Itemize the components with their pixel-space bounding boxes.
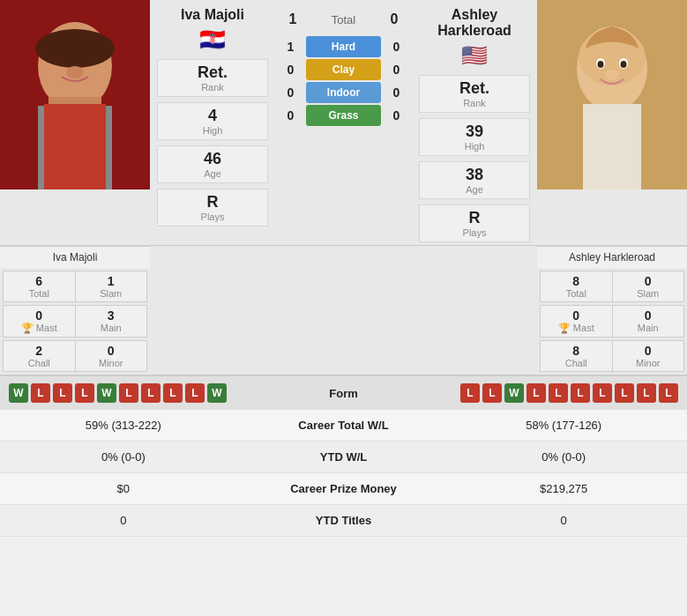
stat-row-left-2: $0	[13, 482, 234, 495]
right-ret-block: Ret. Rank	[419, 75, 530, 113]
right-stats-grid-2: 0 🏆 Mast 0 Main	[540, 305, 684, 338]
stat-row-left-1: 0% (0-0)	[13, 450, 234, 464]
right-form-badge-9: L	[659, 383, 678, 403]
left-ret-val: Ret.	[163, 63, 262, 82]
left-name-under-photo: Iva Majoli	[0, 246, 150, 268]
right-chall-val: 8	[542, 344, 610, 358]
right-slam-cell: 0 Slam	[613, 271, 684, 301]
surface-row-clay: 0 Clay 0	[280, 59, 407, 80]
center-column: 1 Total 0 1 Hard 0 0 Clay 0 0 Indoor 0 0…	[275, 0, 412, 245]
right-main-val: 0	[615, 308, 683, 323]
surface-row-grass: 0 Grass 0	[280, 105, 407, 126]
left-stats-grid-3: 2 Chall 0 Minor	[3, 340, 147, 372]
right-form-badge-5: L	[571, 383, 590, 403]
left-player-details: Iva Majoli 6 Total 1 Slam 0 🏆 Mast	[0, 246, 150, 375]
stats-rows: 59% (313-222) Career Total W/L 58% (177-…	[0, 410, 687, 537]
player-right-photo	[537, 0, 687, 189]
surf-score-left-hard: 1	[280, 40, 302, 54]
left-total-cell: 6 Total	[4, 271, 75, 301]
form-left: WLLLWLLLLW	[9, 383, 295, 403]
right-high-label: High	[425, 141, 524, 152]
right-chall-lbl: Chall	[542, 358, 610, 368]
right-info-column: Ashley Harkleroad 🇺🇸 Ret. Rank 39 High 3…	[412, 0, 537, 245]
left-info-column: Iva Majoli 🇭🇷 Ret. Rank 4 High 46 Age R …	[150, 0, 275, 245]
right-age-block: 38 Age	[419, 161, 530, 199]
right-age-val: 38	[425, 166, 524, 184]
stat-row-3: 0 YTD Titles 0	[0, 505, 687, 537]
form-section: WLLLWLLLLW Form LLWLLLLLLL	[0, 375, 687, 410]
header-row: Iva Majoli 🇭🇷 Ret. Rank 4 High 46 Age R …	[0, 0, 687, 245]
form-right: LLWLLLLLLL	[392, 383, 679, 403]
right-player-name: Ashley Harkleroad	[416, 0, 533, 41]
stat-row-2: $0 Career Prize Money $219,275	[0, 473, 687, 505]
right-name-under-photo: Ashley Harkleroad	[537, 246, 687, 268]
right-mast-lbl: 🏆 Mast	[542, 323, 610, 334]
right-plays-block: R Plays	[419, 204, 530, 242]
svg-point-20	[621, 61, 627, 68]
right-total-val: 8	[542, 274, 610, 288]
surface-row-indoor: 0 Indoor 0	[280, 82, 407, 103]
stat-row-label-3: YTD Titles	[234, 514, 454, 527]
left-form-badge-9: W	[207, 383, 227, 403]
surf-score-left-indoor: 0	[280, 85, 302, 100]
surface-row-hard: 1 Hard 0	[280, 36, 407, 57]
stat-row-label-2: Career Prize Money	[234, 482, 454, 495]
right-high-val: 39	[425, 122, 524, 141]
right-form-badge-6: L	[593, 383, 612, 403]
left-chall-lbl: Chall	[5, 358, 73, 368]
surface-button-clay[interactable]: Clay	[306, 59, 381, 80]
left-trophy-icon: 🏆	[21, 323, 34, 333]
left-form-badge-3: L	[75, 383, 94, 403]
right-total-cell: 8 Total	[541, 271, 612, 301]
left-form-badge-8: L	[185, 383, 205, 403]
right-main-lbl: Main	[615, 323, 683, 333]
total-score-right: 0	[384, 11, 406, 27]
left-player-name: Iva Majoli	[154, 0, 271, 26]
left-high-label: High	[163, 125, 262, 136]
surface-button-grass[interactable]: Grass	[306, 105, 381, 126]
stat-row-right-3: 0	[453, 514, 674, 527]
stat-row-right-1: 0% (0-0)	[453, 450, 674, 464]
left-slam-val: 1	[78, 274, 146, 288]
right-high-block: 39 High	[419, 118, 530, 156]
left-high-val: 4	[163, 107, 262, 125]
main-container: Iva Majoli 🇭🇷 Ret. Rank 4 High 46 Age R …	[0, 0, 687, 537]
surf-score-right-hard: 0	[385, 40, 407, 54]
left-main-val: 3	[78, 308, 146, 323]
stat-row-left-3: 0	[13, 514, 234, 527]
surface-button-indoor[interactable]: Indoor	[306, 82, 381, 103]
stat-row-label-0: Career Total W/L	[234, 419, 454, 432]
svg-rect-11	[44, 104, 106, 189]
right-mast-val: 0	[542, 308, 610, 323]
left-chall-val: 2	[5, 344, 73, 358]
right-player-details: Ashley Harkleroad 8 Total 0 Slam 0 🏆 Mas…	[537, 246, 687, 375]
surface-button-hard[interactable]: Hard	[306, 36, 381, 57]
left-plays-block: R Plays	[157, 189, 268, 226]
left-rank-label: Rank	[163, 82, 262, 93]
right-form-badge-0: L	[460, 383, 480, 403]
svg-point-22	[605, 70, 619, 80]
left-stats-grid-1: 6 Total 1 Slam	[3, 271, 147, 302]
right-slam-lbl: Slam	[615, 288, 683, 299]
surf-score-right-indoor: 0	[385, 85, 407, 100]
left-plays-label: Plays	[163, 212, 262, 222]
left-minor-val: 0	[78, 344, 146, 358]
stat-row-right-0: 58% (177-126)	[453, 419, 674, 432]
surf-score-left-grass: 0	[280, 108, 302, 122]
surf-score-right-clay: 0	[385, 63, 407, 77]
left-minor-cell: 0 Minor	[76, 341, 147, 371]
left-age-block: 46 Age	[157, 145, 268, 183]
right-minor-val: 0	[615, 344, 683, 358]
left-main-cell: 3 Main	[76, 306, 147, 337]
right-form-badge-4: L	[549, 383, 568, 403]
left-age-label: Age	[163, 168, 262, 179]
right-plays-label: Plays	[425, 227, 524, 238]
right-chall-cell: 8 Chall	[541, 341, 612, 371]
right-minor-cell: 0 Minor	[613, 341, 684, 371]
left-slam-cell: 1 Slam	[76, 271, 147, 301]
stat-row-label-1: YTD W/L	[234, 450, 454, 464]
left-stats-grid-2: 0 🏆 Mast 3 Main	[3, 305, 147, 338]
stat-row-1: 0% (0-0) YTD W/L 0% (0-0)	[0, 442, 687, 473]
right-form-badge-3: L	[526, 383, 546, 403]
right-form-badge-2: W	[504, 383, 524, 403]
